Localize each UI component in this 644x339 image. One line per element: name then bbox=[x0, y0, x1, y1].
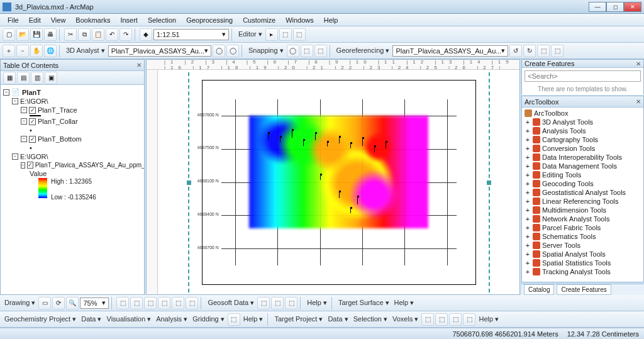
dataframe-name[interactable]: PlanT bbox=[22, 89, 41, 96]
toolbox-item[interactable]: 3D Analyst Tools bbox=[542, 118, 593, 126]
menu-insert[interactable]: Insert bbox=[116, 15, 142, 25]
gridding-menu[interactable]: Gridding ▾ bbox=[191, 315, 226, 323]
page-frame[interactable]: 4687800 N 4687500 N 4688100 N 4688400 N … bbox=[188, 70, 490, 294]
undo-button[interactable]: ↶ bbox=[106, 28, 118, 41]
collapse-icon[interactable]: − bbox=[21, 136, 27, 142]
zoomout-button[interactable]: － bbox=[16, 45, 29, 57]
toolbar-button[interactable]: ⬚ bbox=[463, 313, 475, 326]
toolbar-button[interactable]: ⬚ bbox=[537, 45, 550, 57]
open-button[interactable]: 📂 bbox=[16, 28, 29, 41]
3d-analyst-menu[interactable]: 3D Analyst ▾ bbox=[64, 47, 107, 55]
analyst-layer-select[interactable]: PlanT_Plavica_ASSAYS_Au...▾ bbox=[108, 45, 211, 57]
select-element-button[interactable]: ▭ bbox=[38, 297, 51, 309]
target-project-menu[interactable]: Target Project ▾ bbox=[272, 315, 325, 323]
fullextent-button[interactable]: 🌐 bbox=[44, 45, 57, 57]
toolbox-item[interactable]: Multidimension Tools bbox=[542, 206, 606, 214]
toolbox-item[interactable]: Schematics Tools bbox=[542, 233, 596, 240]
resize-handle[interactable] bbox=[487, 181, 491, 185]
menu-file[interactable]: File bbox=[4, 15, 23, 25]
toolbox-item[interactable]: Spatial Statistics Tools bbox=[542, 259, 611, 267]
new-button[interactable]: ▢ bbox=[3, 28, 15, 41]
toolbox-item[interactable]: Editing Tools bbox=[542, 171, 581, 179]
help-menu[interactable]: Help ▾ bbox=[477, 315, 501, 323]
toolbar-button[interactable]: ⬚ bbox=[144, 297, 157, 309]
toolbar-button[interactable]: ⬚ bbox=[435, 313, 448, 326]
toolbar-button[interactable]: ◯ bbox=[213, 45, 225, 57]
toolbar-button[interactable]: ⬚ bbox=[172, 297, 184, 309]
toolbox-item[interactable]: Tracking Analyst Tools bbox=[542, 268, 611, 275]
collapse-icon[interactable]: − bbox=[21, 118, 27, 125]
toolbar-button[interactable]: ⬚ bbox=[279, 28, 292, 41]
help-menu[interactable]: Help ▾ bbox=[392, 299, 416, 307]
geochemistry-project-menu[interactable]: Geochemistry Project ▾ bbox=[3, 315, 78, 323]
layer-checkbox[interactable]: ✓ bbox=[29, 136, 36, 143]
layer-checkbox[interactable]: ✓ bbox=[27, 162, 33, 169]
toolbar-button[interactable]: ◯ bbox=[226, 45, 239, 57]
layer-name[interactable]: PlanT_Bottom bbox=[38, 135, 82, 143]
list-by-drawing-button[interactable]: ▦ bbox=[3, 72, 16, 84]
template-search-input[interactable] bbox=[525, 70, 641, 82]
toolbox-item[interactable]: Analysis Tools bbox=[542, 127, 586, 135]
toolbar-button[interactable]: ⬚ bbox=[186, 297, 198, 309]
redo-button[interactable]: ↷ bbox=[119, 28, 132, 41]
toolbox-item[interactable]: Cartography Tools bbox=[542, 136, 598, 143]
toolbox-item[interactable]: Geocoding Tools bbox=[542, 180, 594, 187]
toolbox-item[interactable]: Data Management Tools bbox=[542, 162, 617, 170]
menu-edit[interactable]: Edit bbox=[25, 15, 45, 25]
zoom-button[interactable]: 🔍 bbox=[66, 297, 79, 309]
georeferencing-menu[interactable]: Georeferencing ▾ bbox=[335, 47, 392, 55]
toolbox-item[interactable]: Network Analyst Tools bbox=[542, 215, 609, 223]
toolbar-button[interactable]: ⬚ bbox=[271, 297, 284, 309]
collapse-icon[interactable]: − bbox=[21, 162, 25, 169]
layer-checkbox[interactable]: ✓ bbox=[29, 118, 36, 125]
pan-button[interactable]: ✋ bbox=[30, 45, 43, 57]
menu-bookmarks[interactable]: Bookmarks bbox=[72, 15, 114, 25]
toolbar-button[interactable]: ⬚ bbox=[116, 297, 129, 309]
toolbox-root[interactable]: ArcToolbox bbox=[534, 109, 568, 117]
data-frame[interactable]: 4687800 N 4687500 N 4688100 N 4688400 N … bbox=[202, 80, 476, 285]
copy-button[interactable]: ⧉ bbox=[78, 28, 91, 41]
maximize-button[interactable]: ◻ bbox=[606, 2, 624, 12]
toolbox-item[interactable]: Linear Referencing Tools bbox=[542, 197, 618, 205]
toolbar-button[interactable]: ⬚ bbox=[228, 313, 240, 326]
target-surface-menu[interactable]: Target Surface ▾ bbox=[336, 299, 391, 307]
toolbar-button[interactable]: ◯ bbox=[287, 45, 299, 57]
toolbar-button[interactable]: ⬚ bbox=[130, 297, 143, 309]
menu-selection[interactable]: Selection bbox=[144, 15, 180, 25]
toolbar-button[interactable]: ↺ bbox=[509, 45, 522, 57]
scale-select[interactable]: 1:12.51▾ bbox=[153, 29, 229, 40]
georef-layer-select[interactable]: PlanT_Plavica_ASSAYS_Au_Au...▾ bbox=[392, 45, 508, 57]
paste-button[interactable]: 📋 bbox=[92, 28, 104, 41]
layer-name[interactable]: PlanT_Trace bbox=[38, 106, 77, 114]
raster-layer-name[interactable]: PlanT_Plavica_ASSAYS_Au_Au_ppm_Vox_1116_… bbox=[35, 162, 144, 169]
group-name[interactable]: E:\IGOR\ bbox=[20, 97, 48, 105]
toolbox-item[interactable]: Conversion Tools bbox=[542, 145, 595, 152]
collapse-icon[interactable]: − bbox=[12, 98, 18, 104]
toolbar-button[interactable]: ⬚ bbox=[158, 297, 170, 309]
minimize-button[interactable]: — bbox=[589, 2, 606, 12]
resize-handle[interactable] bbox=[187, 181, 191, 185]
menu-windows[interactable]: Windows bbox=[282, 15, 318, 25]
cut-button[interactable]: ✂ bbox=[64, 28, 77, 41]
toolbar-button[interactable]: ⬚ bbox=[551, 45, 564, 57]
toolbox-item[interactable]: Server Tools bbox=[542, 242, 580, 249]
toolbar-button[interactable]: ⬚ bbox=[449, 313, 462, 326]
snapping-menu[interactable]: Snapping ▾ bbox=[247, 47, 286, 55]
toolbox-item[interactable]: Spatial Analyst Tools bbox=[542, 250, 606, 258]
toolbox-item[interactable]: Parcel Fabric Tools bbox=[542, 224, 601, 231]
close-button[interactable]: ✕ bbox=[624, 2, 641, 12]
menu-customize[interactable]: Customize bbox=[239, 15, 279, 25]
tab-catalog[interactable]: Catalog bbox=[524, 284, 554, 295]
zoomin-button[interactable]: ＋ bbox=[3, 45, 15, 57]
visualisation-menu[interactable]: Visualisation ▾ bbox=[105, 315, 153, 323]
toolbar-button[interactable]: ⬚ bbox=[285, 297, 297, 309]
list-by-selection-button[interactable]: ▣ bbox=[45, 72, 57, 84]
add-data-button[interactable]: ◆ bbox=[140, 28, 152, 41]
toolbar-button[interactable]: ⬚ bbox=[293, 28, 306, 41]
toolbar-button[interactable]: ⬚ bbox=[301, 45, 313, 57]
voxels-menu[interactable]: Voxels ▾ bbox=[391, 315, 420, 323]
zoom-pct-select[interactable]: 75%▾ bbox=[80, 297, 109, 309]
group-name[interactable]: E:\IGOR\ bbox=[20, 153, 48, 160]
toolbar-button[interactable]: ↻ bbox=[523, 45, 536, 57]
help-menu[interactable]: Help ▾ bbox=[242, 315, 265, 323]
